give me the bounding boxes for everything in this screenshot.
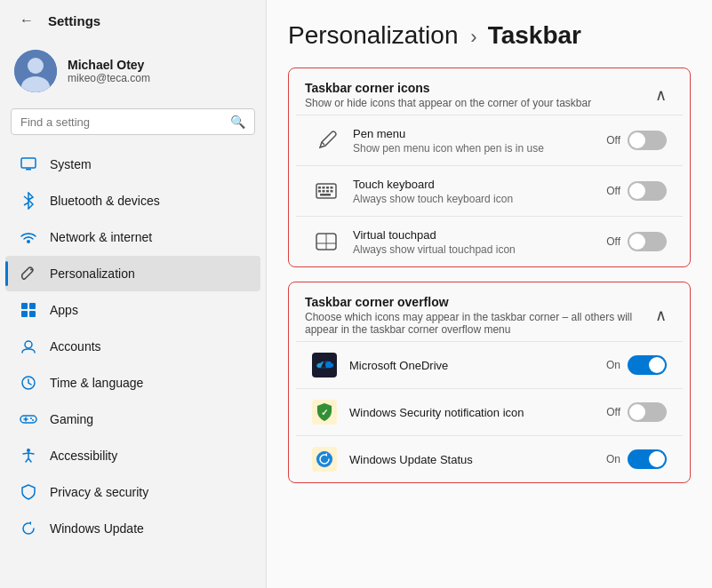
touch-keyboard-toggle[interactable] xyxy=(628,181,667,201)
touch-keyboard-state: Off xyxy=(606,185,620,197)
onedrive-label: Microsoft OneDrive xyxy=(349,359,594,372)
svg-rect-8 xyxy=(29,303,36,309)
svg-point-5 xyxy=(27,240,30,243)
collapse-overflow-button[interactable]: ∧ xyxy=(648,304,674,327)
svg-rect-21 xyxy=(331,187,333,189)
svg-rect-26 xyxy=(320,194,331,196)
windows-update-icon xyxy=(312,447,337,472)
windows-update-toggle-group: On xyxy=(606,449,667,469)
time-icon xyxy=(20,374,37,392)
personalization-icon xyxy=(20,265,37,282)
touch-keyboard-label: Touch keyboard xyxy=(353,178,594,191)
svg-point-32 xyxy=(316,451,332,467)
sidebar-item-bluetooth[interactable]: Bluetooth & devices xyxy=(5,183,260,219)
sidebar-item-time-label: Time & language xyxy=(50,376,143,390)
virtual-touchpad-text: Virtual touchpad Always show virtual tou… xyxy=(353,228,594,256)
onedrive-text: Microsoft OneDrive xyxy=(349,359,594,372)
virtual-touchpad-state: Off xyxy=(606,235,620,248)
touch-keyboard-row: Touch keyboard Always show touch keyboar… xyxy=(296,165,683,216)
sidebar-item-bluetooth-label: Bluetooth & devices xyxy=(50,194,160,208)
svg-point-11 xyxy=(25,341,32,348)
user-info: Michael Otey mikeo@teca.com xyxy=(68,58,150,84)
sidebar-item-time[interactable]: Time & language xyxy=(5,365,260,401)
sidebar-item-personalization-label: Personalization xyxy=(50,266,135,281)
windows-update-toggle[interactable] xyxy=(628,449,667,469)
system-icon xyxy=(20,155,37,173)
svg-point-6 xyxy=(30,269,32,271)
back-button[interactable]: ← xyxy=(14,11,39,30)
svg-rect-24 xyxy=(326,190,329,193)
taskbar-corner-icons-section: Taskbar corner icons Show or hide icons … xyxy=(288,68,691,267)
svg-rect-13 xyxy=(20,416,36,423)
sidebar-item-gaming[interactable]: Gaming xyxy=(5,401,260,437)
touch-keyboard-desc: Always show touch keyboard icon xyxy=(353,193,594,205)
sidebar-item-update[interactable]: Windows Update xyxy=(5,511,260,546)
accounts-icon xyxy=(20,338,37,355)
sidebar-item-privacy-label: Privacy & security xyxy=(50,485,148,499)
svg-rect-20 xyxy=(326,187,329,189)
sidebar-item-network[interactable]: Network & internet xyxy=(5,219,260,255)
onedrive-toggle[interactable] xyxy=(628,355,667,375)
svg-rect-10 xyxy=(29,311,36,317)
windows-security-label: Windows Security notification icon xyxy=(349,406,594,419)
windows-security-toggle[interactable] xyxy=(628,402,667,422)
sidebar-item-accounts[interactable]: Accounts xyxy=(5,329,260,364)
virtual-touchpad-toggle[interactable] xyxy=(628,232,667,251)
bluetooth-icon xyxy=(20,192,37,210)
pen-menu-row: Pen menu Show pen menu icon when pen is … xyxy=(296,115,683,165)
sidebar-item-system[interactable]: System xyxy=(5,147,260,182)
windows-security-row: ✓ Windows Security notification icon Off xyxy=(296,388,683,435)
touch-keyboard-toggle-group: Off xyxy=(606,181,667,201)
pen-menu-label: Pen menu xyxy=(353,127,594,140)
sidebar-item-privacy[interactable]: Privacy & security xyxy=(5,474,260,510)
pen-menu-toggle-group: Off xyxy=(606,131,667,150)
section-subtitle-overflow: Choose which icons may appear in the tas… xyxy=(305,311,648,336)
section-header-corner-icons: Taskbar corner icons Show or hide icons … xyxy=(289,68,690,115)
sidebar-item-apps-label: Apps xyxy=(50,303,78,317)
virtual-touchpad-row: Virtual touchpad Always show virtual tou… xyxy=(296,216,683,266)
pen-menu-desc: Show pen menu icon when pen is in use xyxy=(353,142,594,155)
sidebar-item-system-label: System xyxy=(50,157,92,171)
virtual-touchpad-toggle-group: Off xyxy=(606,232,667,251)
search-input[interactable] xyxy=(20,115,223,129)
svg-point-15 xyxy=(32,419,34,421)
network-icon xyxy=(20,228,37,246)
svg-point-1 xyxy=(28,58,44,74)
breadcrumb-current: Taskbar xyxy=(488,21,581,49)
pen-menu-toggle[interactable] xyxy=(628,131,667,150)
nav-list: System Bluetooth & devices Network & int… xyxy=(0,142,266,588)
update-icon xyxy=(20,520,37,537)
svg-rect-22 xyxy=(318,190,321,193)
sidebar-item-accounts-label: Accounts xyxy=(50,339,101,354)
sidebar: ← Settings Michael Otey mikeo@teca.com 🔍… xyxy=(0,0,267,588)
svg-rect-3 xyxy=(21,158,36,168)
sidebar-item-apps[interactable]: Apps xyxy=(5,292,260,328)
svg-point-14 xyxy=(30,417,32,419)
onedrive-state: On xyxy=(606,359,620,371)
windows-update-state: On xyxy=(606,453,620,465)
page-header: Personalization › Taskbar xyxy=(288,21,691,50)
virtual-touchpad-desc: Always show virtual touchpad icon xyxy=(353,243,594,256)
svg-rect-25 xyxy=(331,190,333,193)
search-icon: 🔍 xyxy=(230,115,245,129)
svg-rect-7 xyxy=(21,303,28,309)
touch-keyboard-text: Touch keyboard Always show touch keyboar… xyxy=(353,178,594,205)
svg-rect-4 xyxy=(26,169,31,171)
windows-security-state: Off xyxy=(606,406,620,418)
breadcrumb-parent: Personalization xyxy=(288,21,458,49)
sidebar-header: ← Settings xyxy=(0,0,266,41)
windows-update-row: Windows Update Status On xyxy=(296,435,683,482)
section-subtitle-corner-icons: Show or hide icons that appear on the co… xyxy=(305,97,591,109)
sidebar-item-update-label: Windows Update xyxy=(50,521,144,536)
privacy-icon xyxy=(20,483,37,501)
sidebar-item-accessibility[interactable]: Accessibility xyxy=(5,438,260,473)
sidebar-item-accessibility-label: Accessibility xyxy=(50,449,117,463)
collapse-corner-icons-button[interactable]: ∧ xyxy=(648,83,674,107)
sidebar-title: Settings xyxy=(48,13,100,28)
search-box[interactable]: 🔍 xyxy=(11,108,255,135)
pen-menu-state: Off xyxy=(606,134,620,147)
sidebar-item-personalization[interactable]: Personalization xyxy=(5,256,260,291)
windows-update-status-text: Windows Update Status xyxy=(349,453,594,466)
windows-security-text: Windows Security notification icon xyxy=(349,406,594,419)
user-profile: Michael Otey mikeo@teca.com xyxy=(0,41,266,101)
